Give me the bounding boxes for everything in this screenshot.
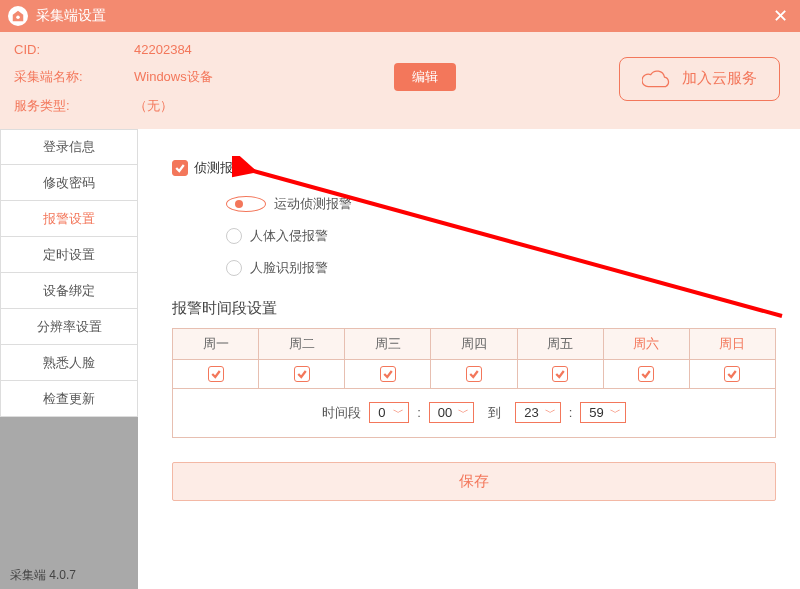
select-value: 0 (378, 405, 385, 420)
radio-icon (226, 228, 242, 244)
start-hour-select[interactable]: 0 ﹀ (369, 402, 409, 423)
name-label: 采集端名称: (14, 68, 134, 86)
radio-face[interactable]: 人脸识别报警 (226, 259, 776, 277)
radio-icon (226, 260, 242, 276)
sidebar-item-resolution[interactable]: 分辨率设置 (0, 309, 138, 345)
detect-alarm-label: 侦测报警 (194, 159, 246, 177)
day-checkbox-fri[interactable] (552, 366, 568, 382)
select-value: 59 (589, 405, 603, 420)
day-header-sat: 周六 (603, 329, 689, 360)
sidebar-item-label: 修改密码 (43, 174, 95, 192)
cid-value: 42202384 (134, 42, 394, 57)
close-icon[interactable]: ✕ (768, 4, 792, 28)
day-table: 周一 周二 周三 周四 周五 周六 周日 (172, 328, 776, 389)
sidebar-item-password[interactable]: 修改密码 (0, 165, 138, 201)
sidebar-item-label: 报警设置 (43, 210, 95, 228)
sidebar-item-login[interactable]: 登录信息 (0, 129, 138, 165)
day-header-wed: 周三 (345, 329, 431, 360)
end-hour-select[interactable]: 23 ﹀ (515, 402, 560, 423)
join-cloud-label: 加入云服务 (682, 69, 757, 88)
day-header-tue: 周二 (259, 329, 345, 360)
day-checkbox-sun[interactable] (724, 366, 740, 382)
sidebar-item-label: 检查更新 (43, 390, 95, 408)
chevron-down-icon: ﹀ (545, 405, 556, 420)
sidebar-item-alarm[interactable]: 报警设置 (0, 201, 138, 237)
info-header: CID: 42202384 加入云服务 采集端名称: Windows设备 编辑 … (0, 32, 800, 129)
sidebar-item-update[interactable]: 检查更新 (0, 381, 138, 417)
svg-point-0 (16, 15, 20, 19)
day-checkbox-thu[interactable] (466, 366, 482, 382)
day-checkbox-mon[interactable] (208, 366, 224, 382)
window-title: 采集端设置 (36, 7, 768, 25)
start-minute-select[interactable]: 00 ﹀ (429, 402, 474, 423)
sidebar-item-bind[interactable]: 设备绑定 (0, 273, 138, 309)
sidebar-item-timer[interactable]: 定时设置 (0, 237, 138, 273)
sidebar-item-label: 设备绑定 (43, 282, 95, 300)
sidebar: 登录信息 修改密码 报警设置 定时设置 设备绑定 分辨率设置 熟悉人脸 检查更新… (0, 129, 138, 589)
detect-alarm-checkbox[interactable] (172, 160, 188, 176)
chevron-down-icon: ﹀ (458, 405, 469, 420)
select-value: 23 (524, 405, 538, 420)
day-checkbox-sat[interactable] (638, 366, 654, 382)
sidebar-item-label: 定时设置 (43, 246, 95, 264)
radio-label: 人脸识别报警 (250, 259, 328, 277)
day-header-fri: 周五 (517, 329, 603, 360)
sidebar-item-label: 登录信息 (43, 138, 95, 156)
main-panel: 侦测报警 运动侦测报警 人体入侵报警 人脸识别报警 报警时间段设置 周一 周二 … (138, 129, 800, 589)
title-bar: 采集端设置 ✕ (0, 0, 800, 32)
save-button[interactable]: 保存 (172, 462, 776, 501)
time-range-row: 时间段 0 ﹀ : 00 ﹀ 到 23 ﹀ : 59 ﹀ (172, 388, 776, 438)
day-header-mon: 周一 (173, 329, 259, 360)
check-icon (174, 162, 186, 174)
to-label: 到 (488, 404, 501, 422)
cid-label: CID: (14, 42, 134, 57)
radio-human[interactable]: 人体入侵报警 (226, 227, 776, 245)
radio-icon (226, 196, 266, 212)
day-header-sun: 周日 (689, 329, 775, 360)
version-label: 采集端 4.0.7 (0, 561, 138, 589)
day-checkbox-tue[interactable] (294, 366, 310, 382)
end-minute-select[interactable]: 59 ﹀ (580, 402, 625, 423)
sidebar-item-label: 熟悉人脸 (43, 354, 95, 372)
sidebar-item-label: 分辨率设置 (37, 318, 102, 336)
schedule-title: 报警时间段设置 (172, 299, 776, 318)
service-type-label: 服务类型: (14, 97, 134, 115)
name-value: Windows设备 (134, 68, 394, 86)
service-type-value: （无） (134, 97, 394, 115)
radio-motion[interactable]: 运动侦测报警 (226, 195, 776, 213)
radio-label: 运动侦测报警 (274, 195, 352, 213)
time-range-label: 时间段 (322, 404, 361, 422)
edit-button[interactable]: 编辑 (394, 63, 456, 91)
radio-label: 人体入侵报警 (250, 227, 328, 245)
app-logo-icon (8, 6, 28, 26)
day-header-thu: 周四 (431, 329, 517, 360)
chevron-down-icon: ﹀ (393, 405, 404, 420)
cloud-icon (642, 68, 672, 90)
select-value: 00 (438, 405, 452, 420)
day-checkbox-wed[interactable] (380, 366, 396, 382)
join-cloud-button[interactable]: 加入云服务 (619, 57, 780, 101)
chevron-down-icon: ﹀ (610, 405, 621, 420)
sidebar-item-faces[interactable]: 熟悉人脸 (0, 345, 138, 381)
